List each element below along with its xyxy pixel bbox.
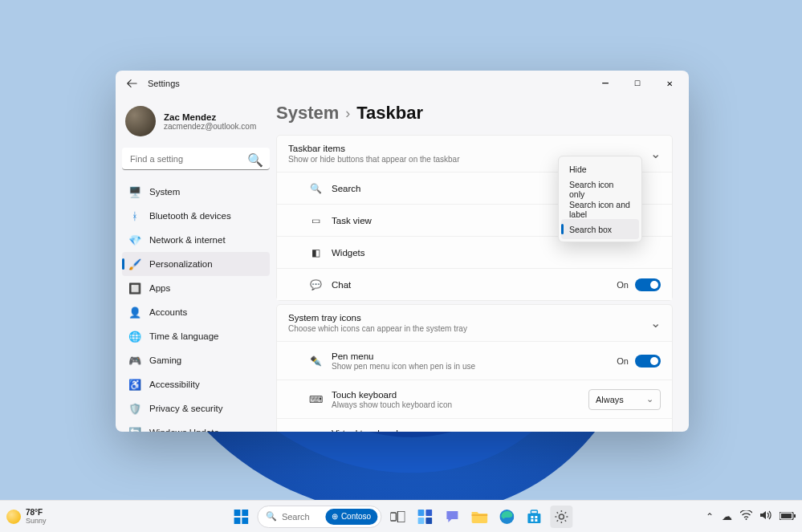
row-subtitle: Show pen menu icon when pen is in use [332,362,475,371]
nav-label: Gaming [149,355,181,365]
dropdown-control[interactable]: Always⌄ [588,389,661,410]
nav-label: Personalization [149,259,213,269]
svg-rect-17 [535,516,537,518]
sidebar-item-privacy-security[interactable]: 🛡️Privacy & security [122,396,270,420]
battery-icon[interactable] [780,511,796,522]
svg-rect-7 [397,511,405,522]
taskbar-item-row-chat[interactable]: 💬ChatOn [277,268,672,300]
row-label: Chat [332,280,351,290]
section-system-tray: System tray icons Choose which icons can… [276,304,673,432]
content-pane: System › Taskbar Taskbar items Show or h… [276,96,689,432]
volume-icon[interactable] [760,510,771,522]
row-label: Widgets [332,248,365,258]
system-tray-row-virtual-touchpad[interactable]: ▭Virtual touchpadAlways show virtual tou… [277,418,672,432]
back-button[interactable] [119,71,145,96]
settings-app-button[interactable] [550,506,572,528]
taskbar-search-input[interactable] [282,512,320,522]
explorer-button[interactable] [468,506,491,528]
minimize-button[interactable]: − [589,71,621,96]
sidebar-item-network-internet[interactable]: 💎Network & internet [122,228,270,252]
window-title: Settings [148,79,180,88]
edge-button[interactable] [495,506,518,528]
task-view-button[interactable] [386,506,409,528]
sidebar-item-gaming[interactable]: 🎮Gaming [122,348,270,372]
taskbar-center: 🔍 ⊕Contoso [230,506,572,528]
sidebar-item-personalization[interactable]: 🖌️Personalization [122,252,270,276]
nav-icon: 🔄 [128,426,141,432]
row-label: Task view [332,216,372,225]
toggle-label: On [617,280,629,290]
nav-label: System [149,187,180,197]
row-icon: 🔍 [309,183,322,194]
nav-icon: 🎮 [128,354,141,367]
nav-label: Apps [149,283,170,293]
flyout-option-hide[interactable]: Hide [561,159,639,179]
sidebar-item-apps[interactable]: 🔲Apps [122,276,270,300]
breadcrumb-parent[interactable]: System [276,103,339,124]
search-icon: 🔍 [266,511,277,522]
flyout-option-search-box[interactable]: Search box [561,219,639,239]
titlebar: Settings − ☐ ✕ [116,71,689,96]
svg-rect-6 [390,513,396,521]
system-tray-row-touch-keyboard[interactable]: ⌨Touch keyboardAlways show touch keyboar… [277,380,672,418]
toggle-switch[interactable] [635,278,661,291]
close-button[interactable]: ✕ [653,71,686,96]
nav-icon: 🖥️ [128,185,141,198]
chat-button[interactable] [441,506,463,528]
row-icon: 💬 [309,279,322,290]
toggle-switch[interactable] [635,432,661,433]
chevron-right-icon: › [345,105,350,122]
sidebar-item-windows-update[interactable]: 🔄Windows Update [122,420,270,432]
search-icon: 🔍 [247,152,263,168]
sidebar-item-time-language[interactable]: 🌐Time & language [122,324,270,348]
profile-name: Zac Mendez [164,112,256,122]
row-icon: ◧ [309,247,322,258]
maximize-button[interactable]: ☐ [621,71,653,96]
chevron-down-icon: ⌄ [650,315,661,331]
toggle-switch[interactable] [635,355,661,368]
nav-icon: 👤 [128,306,141,319]
toggle-label: On [617,356,629,366]
sidebar-item-accounts[interactable]: 👤Accounts [122,300,270,324]
svg-rect-23 [781,514,792,518]
taskbar: 78°F Sunny 🔍 ⊕Contoso ⌃ ☁ [0,500,802,532]
svg-rect-9 [425,510,432,516]
nav-icon: 🛡️ [128,402,141,415]
settings-search[interactable]: 🔍 [122,148,270,170]
chevron-down-icon: ⌄ [646,394,653,404]
sidebar-item-system[interactable]: 🖥️System [122,180,270,204]
nav-icon: 💎 [128,234,141,246]
nav-label: Accessibility [149,380,200,389]
row-icon: ▭ [309,215,322,226]
nav-label: Accounts [149,307,187,317]
flyout-option-search-icon-and-label[interactable]: Search icon and label [561,199,639,219]
svg-rect-24 [794,514,796,518]
wifi-icon[interactable] [740,510,752,522]
section-header-system-tray[interactable]: System tray icons Choose which icons can… [277,305,672,341]
taskbar-search[interactable]: 🔍 ⊕Contoso [257,506,381,528]
row-label: Pen menu [332,351,475,361]
sidebar: Zac Mendez zacmendez@outlook.com 🔍 🖥️Sys… [116,96,276,432]
store-button[interactable] [523,506,545,528]
row-label: Touch keyboard [332,390,452,400]
svg-rect-19 [535,519,537,522]
nav-icon: ♿ [128,378,141,391]
contoso-pill[interactable]: ⊕Contoso [325,509,377,525]
row-subtitle: Always show touch keyboard icon [332,400,452,409]
nav-icon: 🖌️ [128,258,141,270]
flyout-option-search-icon-only[interactable]: Search icon only [561,179,639,199]
sidebar-item-accessibility[interactable]: ♿Accessibility [122,372,270,396]
taskbar-weather-widget[interactable]: 78°F Sunny [6,508,47,525]
sun-icon [6,510,21,524]
profile-card[interactable]: Zac Mendez zacmendez@outlook.com [122,99,270,146]
start-button[interactable] [230,506,252,528]
onedrive-icon[interactable]: ☁ [722,510,732,522]
system-tray-row-pen-menu[interactable]: ✒️Pen menuShow pen menu icon when pen is… [277,341,672,380]
profile-email: zacmendez@outlook.com [164,122,256,131]
tray-chevron-icon[interactable]: ⌃ [706,511,714,522]
widgets-button[interactable] [413,506,436,528]
nav-icon: ᚼ [128,209,141,222]
nav-label: Bluetooth & devices [149,211,231,221]
svg-point-20 [559,514,564,519]
sidebar-item-bluetooth-devices[interactable]: ᚼBluetooth & devices [122,204,270,228]
